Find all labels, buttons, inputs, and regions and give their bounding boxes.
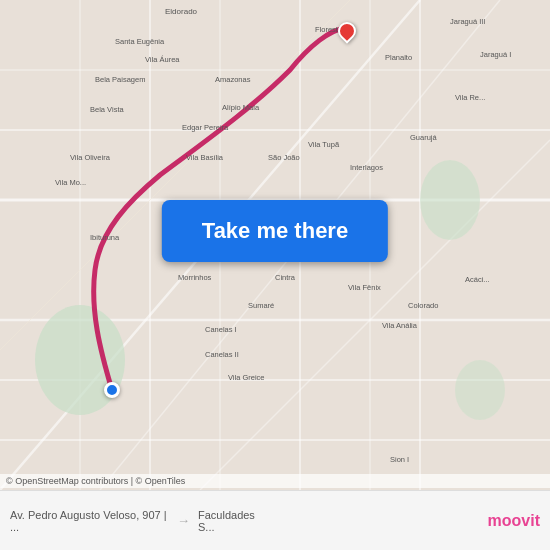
svg-point-19 <box>455 360 505 420</box>
svg-text:Vila Fênix: Vila Fênix <box>348 283 381 292</box>
svg-text:Edgar Pereira: Edgar Pereira <box>182 123 229 132</box>
route-info: Av. Pedro Augusto Veloso, 907 | ... → Fa… <box>10 509 270 533</box>
svg-text:Eldorado: Eldorado <box>165 7 198 16</box>
route-separator: → <box>177 513 190 528</box>
svg-text:Planalto: Planalto <box>385 53 412 62</box>
svg-text:Jaraguá III: Jaraguá III <box>450 17 485 26</box>
svg-text:Canelas II: Canelas II <box>205 350 239 359</box>
bottom-bar: Av. Pedro Augusto Veloso, 907 | ... → Fa… <box>0 490 550 550</box>
take-me-there-button[interactable]: Take me there <box>162 200 388 262</box>
svg-text:Cintra: Cintra <box>275 273 296 282</box>
svg-text:Alípio Maia: Alípio Maia <box>222 103 260 112</box>
origin-pin <box>104 382 120 398</box>
svg-text:Canelas I: Canelas I <box>205 325 237 334</box>
svg-text:Interlagos: Interlagos <box>350 163 383 172</box>
svg-text:Vila Basília: Vila Basília <box>186 153 224 162</box>
svg-text:Sumaré: Sumaré <box>248 301 274 310</box>
svg-text:Bela Vista: Bela Vista <box>90 105 124 114</box>
svg-point-18 <box>420 160 480 240</box>
svg-text:Ibituruna: Ibituruna <box>90 233 120 242</box>
svg-text:Vila Tupã: Vila Tupã <box>308 140 340 149</box>
svg-text:Vila Áurea: Vila Áurea <box>145 55 180 64</box>
moovit-logo: moovit <box>488 512 540 530</box>
svg-text:Vila Oliveira: Vila Oliveira <box>70 153 111 162</box>
svg-text:Acáci...: Acáci... <box>465 275 490 284</box>
svg-text:Amazonas: Amazonas <box>215 75 251 84</box>
origin-address: Av. Pedro Augusto Veloso, 907 | ... <box>10 509 169 533</box>
app-logo-area: moovit <box>488 512 540 530</box>
svg-text:Guarujá: Guarujá <box>410 133 438 142</box>
map-attribution: © OpenStreetMap contributors | © OpenTil… <box>0 474 550 488</box>
svg-text:Vila Greice: Vila Greice <box>228 373 265 382</box>
svg-text:Vila Anália: Vila Anália <box>382 321 418 330</box>
svg-text:Sion I: Sion I <box>390 455 409 464</box>
svg-text:Morrinhos: Morrinhos <box>178 273 212 282</box>
svg-point-17 <box>35 305 125 415</box>
svg-text:São João: São João <box>268 153 300 162</box>
svg-text:Santa Eugênia: Santa Eugênia <box>115 37 165 46</box>
svg-text:Bela Paisagem: Bela Paisagem <box>95 75 145 84</box>
svg-text:Colorado: Colorado <box>408 301 438 310</box>
svg-text:Vila Re...: Vila Re... <box>455 93 485 102</box>
map-container: Eldorado Santa Eugênia Vila Áurea Bela P… <box>0 0 550 490</box>
svg-text:Jaraguá I: Jaraguá I <box>480 50 511 59</box>
destination-address: Faculdades S... <box>198 509 270 533</box>
svg-text:Vila Mo...: Vila Mo... <box>55 178 86 187</box>
